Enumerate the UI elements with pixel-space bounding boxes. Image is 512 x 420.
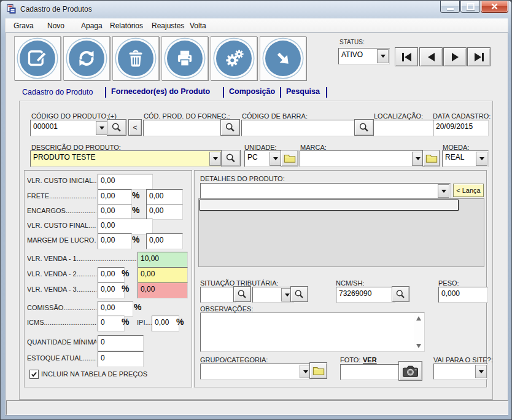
- venda3-pct-field[interactable]: 0,00: [98, 282, 125, 298]
- unidade-select[interactable]: PC: [244, 150, 282, 167]
- detalhes-produto-label: DETALHES DO PRODUTO:: [200, 175, 285, 182]
- venda3-field[interactable]: 0,00: [138, 282, 188, 298]
- foto-field[interactable]: [340, 364, 401, 380]
- percent-label: %: [134, 302, 141, 312]
- checkmark-icon: [31, 371, 37, 378]
- cod-fornec-field[interactable]: [143, 120, 223, 136]
- icms-label: ICMS....................................…: [27, 319, 96, 326]
- status-select[interactable]: ATIVO: [338, 48, 390, 64]
- percent-label: %: [122, 317, 129, 327]
- ncm-field[interactable]: 73269090: [336, 287, 395, 303]
- observacoes-scrollbar[interactable]: [414, 314, 423, 350]
- print-button[interactable]: [161, 36, 208, 80]
- peso-field[interactable]: 0,000: [438, 287, 488, 303]
- settings-button[interactable]: [211, 36, 257, 80]
- ncm-search-button[interactable]: [392, 286, 409, 302]
- percent-label: %: [132, 205, 139, 215]
- chevron-down-icon[interactable]: [476, 152, 487, 166]
- codigo-barra-field[interactable]: [241, 120, 357, 136]
- foto-camera-button[interactable]: [398, 361, 422, 381]
- menu-grava[interactable]: Grava: [11, 21, 36, 31]
- unidade-folder-button[interactable]: [281, 150, 298, 166]
- folder-icon: [284, 153, 296, 163]
- grupo-categoria-select[interactable]: [200, 364, 312, 379]
- encargos-value-field[interactable]: 0,00: [146, 204, 183, 220]
- ver-foto-link[interactable]: VER: [363, 356, 377, 364]
- delete-button[interactable]: [112, 36, 159, 80]
- lanca-button[interactable]: < Lança: [453, 184, 484, 197]
- chevron-down-icon[interactable]: [209, 152, 221, 166]
- chevron-down-icon[interactable]: [270, 152, 281, 166]
- codigo-search-button[interactable]: [107, 119, 126, 136]
- codigo-produto-select[interactable]: 000001: [30, 120, 109, 136]
- venda2-field[interactable]: 0,00: [138, 267, 188, 283]
- detalhes-produto-select[interactable]: [200, 183, 451, 199]
- details-grid[interactable]: [198, 198, 484, 267]
- codigo-produto-label: CÓDIGO DO PRODUTO:(+): [31, 112, 117, 120]
- moeda-select[interactable]: REAL: [442, 150, 489, 167]
- tab-fornecedores-do-produto[interactable]: Fornecedor(es) do Produto: [111, 87, 210, 96]
- frete-value-field[interactable]: 0,00: [146, 189, 183, 205]
- scroll-down-icon[interactable]: [416, 344, 421, 348]
- edit-button[interactable]: [14, 36, 61, 80]
- tab-composicao[interactable]: Composição: [229, 87, 275, 96]
- chevron-down-icon[interactable]: [377, 49, 389, 63]
- menu-novo[interactable]: Novo: [45, 21, 67, 31]
- gears-icon: [216, 41, 252, 76]
- margem-value-field[interactable]: 0,00: [146, 233, 183, 249]
- maximize-button[interactable]: [460, 1, 480, 13]
- data-cadastro-field[interactable]: 20/09/2015: [433, 120, 489, 136]
- chevron-down-icon[interactable]: [438, 184, 449, 198]
- localizacao-field[interactable]: [373, 120, 435, 136]
- minimize-button[interactable]: [440, 1, 460, 13]
- margem-pct-field[interactable]: 0,00: [98, 233, 132, 249]
- marca-folder-button[interactable]: [422, 150, 440, 166]
- incluir-tabela-checkbox[interactable]: [29, 370, 39, 379]
- estoque-atual-field[interactable]: 0: [98, 351, 144, 367]
- encargos-pct-field[interactable]: 0,00: [98, 204, 132, 220]
- search-icon: [225, 152, 237, 165]
- exit-button[interactable]: [260, 36, 306, 80]
- nav-first-button[interactable]: [395, 47, 418, 66]
- vai-para-site-select[interactable]: [433, 364, 488, 379]
- grupo-folder-button[interactable]: [309, 362, 327, 379]
- descricao-select[interactable]: PRODUTO TESTE: [30, 150, 222, 167]
- scroll-up-icon[interactable]: [416, 316, 421, 321]
- localizacao-label: LOCALIZAÇÃO:: [374, 112, 423, 120]
- chevron-down-icon[interactable]: [475, 365, 487, 378]
- descricao-search-button[interactable]: [221, 150, 241, 166]
- refresh-button[interactable]: [63, 36, 110, 80]
- menu-relatorios[interactable]: Relatórios: [107, 21, 145, 31]
- cod-fornec-search-button[interactable]: [220, 119, 240, 136]
- venda2-pct-field[interactable]: 0,00: [98, 267, 125, 283]
- nav-next-button[interactable]: [443, 47, 467, 66]
- situacao-search-button[interactable]: [233, 286, 251, 302]
- situacao-select[interactable]: [252, 287, 294, 303]
- codigo-barra-search-button[interactable]: [354, 119, 374, 136]
- tab-cadastro-do-produto[interactable]: Cadastro do Produto: [22, 88, 93, 96]
- custo-final-field[interactable]: 0,00: [98, 219, 153, 235]
- menu-apaga[interactable]: Apaga: [79, 21, 105, 31]
- nav-previous-button[interactable]: [419, 47, 443, 66]
- marca-select[interactable]: [300, 150, 425, 167]
- venda1-field[interactable]: 10,00: [138, 252, 188, 268]
- frete-pct-field[interactable]: 0,00: [98, 189, 132, 205]
- custo-inicial-field[interactable]: 0,00: [98, 174, 153, 190]
- codigo-previous-button[interactable]: <: [128, 119, 142, 136]
- tab-pesquisa[interactable]: Pesquisa: [286, 87, 320, 96]
- situacao-tributaria-field[interactable]: [200, 287, 236, 303]
- nav-last-button[interactable]: [467, 47, 491, 66]
- quantidade-minima-field[interactable]: 0: [98, 335, 144, 351]
- situacao-select-search-button[interactable]: [290, 286, 308, 302]
- icms-field[interactable]: 0: [98, 316, 125, 332]
- menu-volta[interactable]: Volta: [187, 21, 209, 31]
- comissao-field[interactable]: 0,00: [98, 301, 133, 317]
- ipi-field[interactable]: 0,00: [152, 316, 179, 332]
- chevron-down-icon[interactable]: [96, 121, 107, 135]
- close-button[interactable]: [481, 1, 508, 13]
- menu-reajustes[interactable]: Reajustes: [149, 21, 187, 31]
- observacoes-textarea[interactable]: [200, 313, 425, 352]
- venda1-label: VLR. VENDA - 1..........................…: [27, 255, 136, 262]
- custo-inicial-label: VLR. CUSTO INICIAL......: [27, 177, 96, 184]
- vai-para-site-label: VAI PARA O SITE?:: [433, 356, 493, 364]
